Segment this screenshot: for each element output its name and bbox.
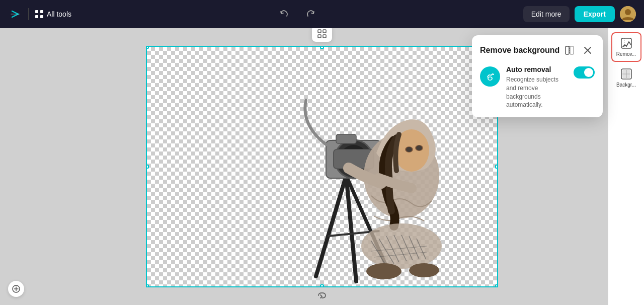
- sidebar-item-background[interactable]: Backgr...: [611, 64, 641, 92]
- export-button[interactable]: Export: [575, 6, 615, 22]
- toggle-track: [574, 66, 595, 79]
- svg-point-29: [366, 263, 401, 279]
- svg-rect-4: [40, 15, 43, 18]
- handle-top-mid[interactable]: [320, 46, 324, 49]
- canvas-image[interactable]: [146, 46, 498, 287]
- auto-removal-toggle[interactable]: [574, 66, 595, 79]
- handle-mid-left[interactable]: [146, 165, 149, 169]
- popup-header: Remove background: [472, 35, 603, 61]
- svg-rect-2: [40, 10, 43, 13]
- grid-icon: [317, 29, 327, 39]
- user-avatar[interactable]: [620, 6, 636, 22]
- sidebar-item-remove-bg[interactable]: Remov...: [611, 32, 641, 62]
- svg-point-28: [361, 223, 442, 269]
- rotate-handle[interactable]: [316, 291, 328, 299]
- side-panel: Remov... Backgr...: [608, 28, 644, 305]
- svg-point-6: [625, 9, 631, 15]
- topbar-right-controls: Edit more Export: [523, 6, 636, 22]
- canvas-container: [146, 46, 498, 287]
- close-icon[interactable]: [581, 43, 595, 57]
- popup-title: Remove background: [480, 46, 559, 55]
- photographer-figure: [256, 75, 477, 286]
- handle-bottom-left[interactable]: [146, 284, 149, 287]
- svg-rect-9: [318, 35, 321, 38]
- zoom-button[interactable]: [8, 281, 24, 297]
- toggle-container: [574, 66, 595, 79]
- all-tools-button[interactable]: All tools: [35, 10, 71, 19]
- svg-line-11: [316, 176, 346, 276]
- redo-button[interactable]: [302, 6, 318, 22]
- svg-rect-3: [35, 15, 38, 18]
- topbar: All tools Edit more Export: [0, 0, 644, 28]
- auto-removal-icon: [480, 66, 500, 87]
- handle-mid-right[interactable]: [495, 165, 498, 169]
- all-tools-label: All tools: [47, 10, 71, 18]
- toggle-thumb: [584, 68, 593, 77]
- svg-point-47: [489, 78, 492, 80]
- remove-bg-popup: Remove background: [472, 35, 603, 117]
- edit-more-button[interactable]: Edit more: [523, 6, 570, 22]
- svg-point-26: [406, 147, 412, 152]
- svg-point-30: [409, 263, 439, 277]
- split-view-icon[interactable]: [562, 43, 577, 57]
- svg-point-27: [416, 145, 422, 150]
- auto-removal-title: Auto removal: [506, 65, 568, 73]
- remove-bg-icon: [620, 37, 632, 49]
- svg-rect-20: [336, 134, 356, 143]
- sidebar-item-remove-bg-label: Remov...: [616, 51, 636, 57]
- handle-bottom-right[interactable]: [495, 284, 498, 287]
- auto-removal-text: Auto removal Recognize subjects and remo…: [506, 65, 568, 109]
- auto-removal-desc: Recognize subjects and remove background…: [506, 75, 568, 109]
- background-icon: [620, 68, 632, 80]
- handle-top-left[interactable]: [146, 46, 149, 49]
- svg-rect-8: [323, 30, 326, 33]
- undo-button[interactable]: [276, 6, 292, 22]
- svg-rect-40: [566, 46, 569, 54]
- topbar-center-controls: [77, 6, 517, 22]
- svg-rect-10: [323, 35, 326, 38]
- topbar-divider: [28, 8, 29, 20]
- svg-rect-7: [318, 30, 321, 33]
- popup-body: Auto removal Recognize subjects and remo…: [472, 61, 603, 117]
- svg-rect-1: [35, 10, 38, 13]
- svg-rect-41: [570, 46, 574, 54]
- logo-icon[interactable]: [8, 7, 22, 21]
- sidebar-item-background-label: Backgr...: [616, 82, 636, 88]
- popup-header-icons: [562, 43, 595, 57]
